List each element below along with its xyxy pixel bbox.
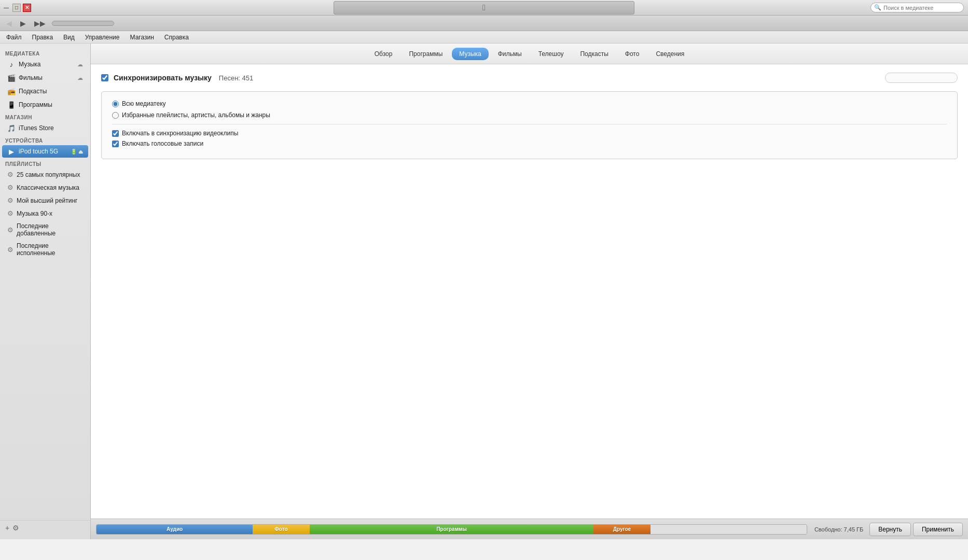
tab-music[interactable]: Музыка xyxy=(452,48,488,60)
tab-programs[interactable]: Программы xyxy=(402,48,450,60)
sidebar-item-music-label: Музыка xyxy=(19,61,40,68)
title-logo-area:  xyxy=(334,1,634,15)
forward-button[interactable]: ▶▶ xyxy=(32,18,48,29)
menu-manage[interactable]: Управление xyxy=(81,33,124,42)
content-inner: Синхронизировать музыку Песен: 451 Всю м… xyxy=(91,64,968,519)
sidebar-item-recently-played[interactable]: ⚙ Последние исполненные xyxy=(2,240,88,259)
radio-selected[interactable]: Избранные плейлисты, артисты, альбомы и … xyxy=(112,111,947,119)
separator xyxy=(112,124,947,124)
menu-file[interactable]: Файл xyxy=(2,33,26,42)
progress-bar[interactable] xyxy=(52,21,114,26)
sidebar-section-media: МЕДИАТЕКА xyxy=(0,48,90,58)
play-button[interactable]: ▶ xyxy=(18,18,28,29)
title-bar-right: 🔍 xyxy=(870,3,968,12)
check-voice-option[interactable]: Включать голосовые записи xyxy=(112,140,947,147)
media-search-box[interactable]: 🔍 xyxy=(870,3,964,12)
search-icon: 🔍 xyxy=(874,4,881,11)
sidebar-item-90s[interactable]: ⚙ Музыка 90-х xyxy=(2,207,88,219)
sidebar-item-movies[interactable]: 🎬 Фильмы ☁ xyxy=(2,72,88,84)
sidebar-item-itunes-store-label: iTunes Store xyxy=(19,124,54,132)
ipod-icon: ▶ xyxy=(7,147,16,156)
movies-icon: 🎬 xyxy=(7,74,16,82)
storage-photo: Фото xyxy=(253,525,310,534)
apple-logo-icon:  xyxy=(482,3,486,12)
back-button[interactable]: ◀ xyxy=(4,18,14,29)
tab-overview[interactable]: Обзор xyxy=(367,48,400,60)
menu-bar: Файл Правка Вид Управление Магазин Справ… xyxy=(0,31,968,44)
storage-programs: Программы xyxy=(310,525,594,534)
tab-tvshows[interactable]: Телешоу xyxy=(531,48,571,60)
tab-podcasts[interactable]: Подкасты xyxy=(573,48,615,60)
sidebar-item-top25[interactable]: ⚙ 25 самых популярных xyxy=(2,169,88,180)
sidebar-footer: + ⚙ xyxy=(0,520,90,535)
radio-all-library[interactable]: Всю медиатеку xyxy=(112,100,947,107)
song-count: Песен: 451 xyxy=(219,74,253,82)
sync-music-checkbox[interactable] xyxy=(101,74,108,81)
battery-icon: 🔋 xyxy=(71,149,77,155)
playlist-icon-4: ⚙ xyxy=(7,209,13,217)
radio-all-library-input[interactable] xyxy=(112,101,119,107)
cloud-icon-music: ☁ xyxy=(77,61,83,68)
sidebar-item-recently-added-label: Последние добавленные xyxy=(17,222,83,237)
search-input[interactable] xyxy=(883,5,956,11)
main-layout: МЕДИАТЕКА ♪ Музыка ☁ 🎬 Фильмы ☁ 📻 Подкас… xyxy=(0,44,968,539)
sidebar-item-top25-label: 25 самых популярных xyxy=(17,171,80,178)
sidebar-item-recently-added[interactable]: ⚙ Последние добавленные xyxy=(2,220,88,239)
storage-audio: Аудио xyxy=(96,525,253,534)
maximize-button[interactable]: □ xyxy=(12,4,21,12)
sidebar-item-music[interactable]: ♪ Музыка ☁ xyxy=(2,58,88,71)
playlist-icon-3: ⚙ xyxy=(7,197,13,204)
sidebar-item-podcasts[interactable]: 📻 Подкасты xyxy=(2,85,88,97)
storage-other: Другое xyxy=(593,525,651,534)
title-bar-left: — □ ✕ xyxy=(0,4,31,12)
sidebar-item-programs[interactable]: 📱 Программы xyxy=(2,99,88,111)
minimize-button[interactable]: — xyxy=(2,4,10,12)
check-video-option[interactable]: Включать в синхронизацию видеоклипы xyxy=(112,130,947,137)
sidebar-section-playlists: ПЛЕЙЛИСТЫ xyxy=(0,158,90,168)
tab-info[interactable]: Сведения xyxy=(648,48,692,60)
storage-free xyxy=(651,525,807,534)
revert-button[interactable]: Вернуть xyxy=(869,523,911,536)
close-button[interactable]: ✕ xyxy=(23,4,31,12)
toolbar: ◀ ▶ ▶▶ xyxy=(0,16,968,31)
music-icon: ♪ xyxy=(7,60,16,68)
sidebar-item-movies-label: Фильмы xyxy=(19,74,43,81)
radio-selected-label: Избранные плейлисты, артисты, альбомы и … xyxy=(122,111,270,119)
content-area: Синхронизировать музыку Песен: 451 Всю м… xyxy=(91,64,968,519)
sync-panel: Всю медиатеку Избранные плейлисты, артис… xyxy=(101,91,958,159)
tab-photos[interactable]: Фото xyxy=(618,48,647,60)
menu-help[interactable]: Справка xyxy=(160,33,193,42)
menu-edit[interactable]: Правка xyxy=(28,33,58,42)
radio-selected-input[interactable] xyxy=(112,112,119,119)
check-video-checkbox[interactable] xyxy=(112,130,119,137)
sync-header: Синхронизировать музыку Песен: 451 xyxy=(101,73,958,83)
add-playlist-button[interactable]: + xyxy=(5,524,9,532)
sidebar-section-store: МАГАЗИН xyxy=(0,111,90,121)
playlist-icon-1: ⚙ xyxy=(7,171,13,178)
programs-icon: 📱 xyxy=(7,101,16,109)
playlist-icon-6: ⚙ xyxy=(7,246,13,254)
check-voice-checkbox[interactable] xyxy=(112,141,119,147)
sidebar-item-itunes-store[interactable]: 🎵 iTunes Store xyxy=(2,122,88,134)
radio-all-library-label: Всю медиатеку xyxy=(122,100,166,107)
podcasts-icon: 📻 xyxy=(7,87,16,95)
sidebar-item-recently-played-label: Последние исполненные xyxy=(17,242,83,257)
sync-search-input[interactable] xyxy=(885,73,958,83)
bottom-bar: Аудио Фото Программы Другое Свободно: 7,… xyxy=(91,519,968,539)
eject-icon[interactable]: ⏏ xyxy=(78,149,83,155)
sidebar-item-90s-label: Музыка 90-х xyxy=(17,210,52,217)
main-content-wrapper: Обзор Программы Музыка Фильмы Телешоу По… xyxy=(91,44,968,539)
title-bar: — □ ✕  🔍 xyxy=(0,0,968,16)
menu-store[interactable]: Магазин xyxy=(126,33,158,42)
sidebar-item-classical-label: Классическая музыка xyxy=(17,184,79,191)
tab-movies[interactable]: Фильмы xyxy=(491,48,529,60)
settings-button[interactable]: ⚙ xyxy=(12,524,19,532)
sidebar-item-ipod[interactable]: ▶ iPod touch 5G 🔋 ⏏ xyxy=(2,145,88,158)
sidebar-item-top-rating[interactable]: ⚙ Мой высший рейтинг xyxy=(2,194,88,206)
storage-bar: Аудио Фото Программы Другое xyxy=(96,524,807,535)
check-video-label: Включать в синхронизацию видеоклипы xyxy=(122,130,238,137)
tabs-bar: Обзор Программы Музыка Фильмы Телешоу По… xyxy=(91,44,968,64)
apply-button[interactable]: Применить xyxy=(913,523,963,536)
menu-view[interactable]: Вид xyxy=(59,33,79,42)
sidebar-item-classical[interactable]: ⚙ Классическая музыка xyxy=(2,181,88,193)
